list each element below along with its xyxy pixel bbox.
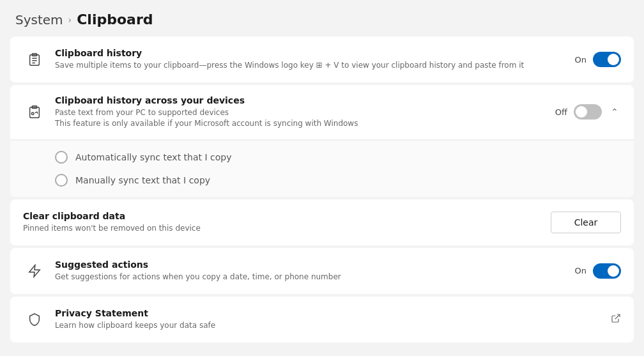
clear-clipboard-row: Clear clipboard data Pinned items won't … (10, 199, 634, 245)
clipboard-sync-card: Clipboard history across your devices Pa… (10, 85, 634, 197)
suggested-actions-card: Suggested actions Get suggestions for ac… (10, 248, 634, 294)
privacy-desc: Learn how clipboard keeps your data safe (55, 320, 570, 331)
clear-clipboard-card: Clear clipboard data Pinned items won't … (10, 199, 634, 245)
breadcrumb-system[interactable]: System (15, 12, 63, 27)
clipboard-history-toggle[interactable] (593, 52, 621, 67)
suggested-actions-control: On (570, 263, 621, 279)
clipboard-sync-title: Clipboard history across your devices (55, 95, 555, 105)
suggested-actions-desc: Get suggestions for actions when you cop… (55, 272, 570, 282)
suggested-actions-title: Suggested actions (55, 259, 570, 270)
external-link-icon (611, 313, 621, 325)
clear-clipboard-desc: Pinned items won't be removed on this de… (23, 223, 551, 234)
auto-sync-radio-row[interactable]: Automatically sync text that I copy (55, 151, 621, 164)
clipboard-sync-icon (23, 105, 46, 119)
breadcrumb: System › Clipboard (0, 0, 644, 36)
breadcrumb-separator: › (68, 15, 72, 25)
clipboard-sync-toggle[interactable] (574, 104, 602, 120)
manual-sync-label: Manually sync text that I copy (75, 175, 210, 185)
privacy-card: Privacy Statement Learn how clipboard ke… (10, 297, 634, 343)
manual-sync-radio-row[interactable]: Manually sync text that I copy (55, 174, 621, 187)
clipboard-history-title: Clipboard history (55, 48, 570, 58)
suggested-actions-text: Suggested actions Get suggestions for ac… (55, 259, 570, 282)
settings-container: Clipboard history Save multiple items to… (0, 36, 644, 353)
clipboard-sync-control: Off ⌃ (555, 104, 621, 120)
privacy-icon (23, 313, 46, 327)
privacy-text: Privacy Statement Learn how clipboard ke… (55, 308, 570, 331)
privacy-control (570, 313, 621, 325)
clipboard-history-icon (23, 52, 46, 66)
suggested-actions-icon (23, 264, 46, 278)
clear-clipboard-title: Clear clipboard data (23, 211, 551, 221)
auto-sync-label: Automatically sync text that I copy (75, 152, 231, 162)
clipboard-history-state: On (575, 55, 586, 65)
manual-sync-radio[interactable] (55, 174, 68, 187)
clipboard-sync-expand-button[interactable]: ⌃ (608, 104, 621, 120)
breadcrumb-current: Clipboard (77, 12, 153, 27)
svg-marker-8 (29, 265, 40, 276)
clear-clipboard-text: Clear clipboard data Pinned items won't … (23, 211, 551, 234)
clipboard-history-desc: Save multiple items to your clipboard—pr… (55, 60, 570, 71)
privacy-row[interactable]: Privacy Statement Learn how clipboard ke… (10, 297, 634, 343)
clipboard-sync-expanded: Automatically sync text that I copy Manu… (10, 140, 634, 197)
svg-point-7 (31, 112, 34, 115)
clipboard-history-control: On (570, 52, 621, 67)
clipboard-sync-desc2: This feature is only available if your M… (55, 118, 555, 129)
clipboard-history-row: Clipboard history Save multiple items to… (10, 36, 634, 82)
suggested-actions-toggle[interactable] (593, 263, 621, 279)
clipboard-sync-text: Clipboard history across your devices Pa… (55, 95, 555, 129)
auto-sync-radio[interactable] (55, 151, 68, 164)
privacy-title: Privacy Statement (55, 308, 570, 318)
suggested-actions-state: On (575, 266, 586, 275)
suggested-actions-row: Suggested actions Get suggestions for ac… (10, 248, 634, 294)
svg-line-9 (615, 314, 620, 319)
clipboard-history-card: Clipboard history Save multiple items to… (10, 36, 634, 82)
clear-button[interactable]: Clear (551, 212, 621, 233)
clipboard-sync-state: Off (555, 107, 567, 117)
clipboard-sync-desc1: Paste text from your PC to supported dev… (55, 107, 555, 118)
clipboard-sync-row: Clipboard history across your devices Pa… (10, 85, 634, 140)
clipboard-history-text: Clipboard history Save multiple items to… (55, 48, 570, 71)
